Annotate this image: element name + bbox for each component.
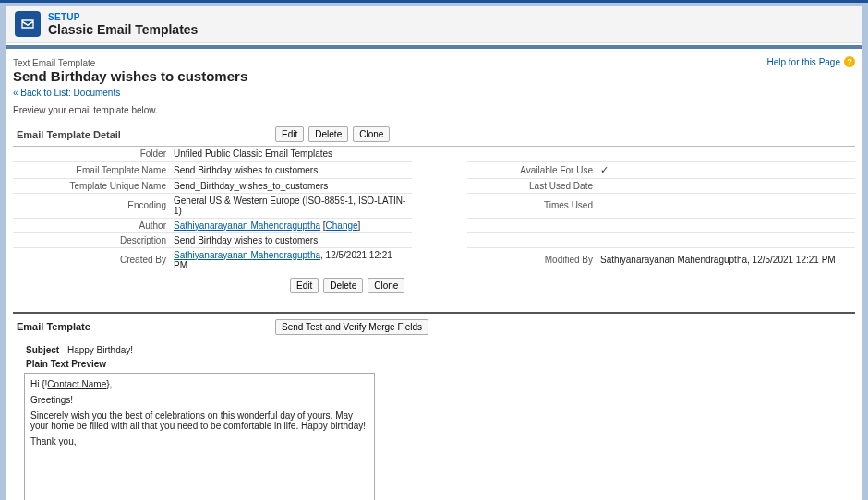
label-unique-name: Template Unique Name	[13, 178, 170, 193]
page-title: Send Birthday wishes to customers	[13, 68, 855, 84]
preview-header: Plain Text Preview	[13, 357, 855, 371]
value-available-check: ✓	[600, 164, 609, 175]
value-unique-name: Send_Birthday_wishes_to_customers	[170, 178, 412, 193]
header-title: Classic Email Templates	[48, 22, 198, 37]
back-link-target: Documents	[74, 88, 121, 98]
setup-label: SETUP	[48, 12, 198, 22]
help-link[interactable]: Help for this Page?	[767, 56, 856, 67]
preview-box: Hi {!Contact.Name}, Greetings! Sincerely…	[24, 373, 375, 501]
body-wish: Sincerely wish you the best of celebrati…	[30, 411, 368, 431]
value-last-used	[597, 178, 855, 193]
edit-button-bottom[interactable]: Edit	[290, 278, 319, 293]
label-template-name: Email Template Name	[13, 161, 170, 178]
edit-button[interactable]: Edit	[275, 126, 304, 142]
label-modified-by: Modified By	[467, 247, 597, 272]
label-author: Author	[13, 218, 170, 232]
subject-label: Subject	[26, 345, 59, 355]
merge-contact-name: Contact.Name	[47, 379, 106, 389]
back-arrow-text: « Back to List:	[13, 88, 74, 98]
help-link-text: Help for this Page	[767, 57, 841, 67]
help-icon: ?	[844, 56, 855, 67]
detail-table: Folder Unfiled Public Classic Email Temp…	[13, 147, 855, 272]
value-created-by: Sathiyanarayanan Mahendraguptha, 12/5/20…	[170, 247, 412, 272]
label-encoding: Encoding	[13, 193, 170, 218]
label-times-used: Times Used	[467, 193, 597, 218]
label-last-used: Last Used Date	[467, 178, 597, 193]
detail-section-title: Email Template Detail	[17, 129, 275, 140]
email-icon	[15, 11, 41, 37]
created-by-link[interactable]: Sathiyanarayanan Mahendraguptha	[174, 250, 320, 260]
change-link[interactable]: Change	[326, 220, 358, 231]
value-author: Sathiyanarayanan Mahendraguptha [Change]	[170, 218, 412, 232]
clone-button-bottom[interactable]: Clone	[368, 278, 404, 293]
send-test-button[interactable]: Send Test and Verify Merge Fields	[275, 319, 428, 335]
delete-button-bottom[interactable]: Delete	[323, 278, 363, 293]
value-template-name: Send Birthday wishes to customers	[170, 161, 412, 178]
template-section-title: Email Template	[17, 321, 275, 332]
delete-button[interactable]: Delete	[308, 126, 348, 142]
value-times-used	[597, 193, 855, 218]
value-folder: Unfiled Public Classic Email Templates	[170, 147, 412, 161]
label-available: Available For Use	[467, 161, 597, 178]
label-folder: Folder	[13, 147, 170, 161]
clone-button[interactable]: Clone	[353, 126, 390, 142]
modified-by-date: , 12/5/2021 12:21 PM	[747, 255, 836, 265]
body-hi-pre: Hi {!	[30, 379, 47, 389]
body-hi-post: },	[106, 379, 112, 389]
record-type-label: Text Email Template	[13, 58, 855, 68]
value-encoding: General US & Western Europe (ISO-8859-1,…	[170, 193, 412, 218]
modified-by-link[interactable]: Sathiyanarayanan Mahendraguptha	[600, 255, 747, 265]
preview-message: Preview your email template below.	[13, 105, 855, 115]
author-link[interactable]: Sathiyanarayanan Mahendraguptha	[174, 220, 320, 231]
back-link[interactable]: « Back to List: Documents	[13, 88, 855, 98]
value-modified-by: Sathiyanarayanan Mahendraguptha, 12/5/20…	[597, 247, 855, 272]
value-description: Send Birthday wishes to customers	[170, 232, 412, 247]
subject-value: Happy Birthday!	[67, 345, 133, 355]
body-greetings: Greetings!	[30, 395, 368, 405]
label-created-by: Created By	[13, 247, 170, 272]
header-bar: SETUP Classic Email Templates	[6, 6, 862, 43]
body-thanks: Thank you,	[30, 436, 368, 446]
label-description: Description	[13, 232, 170, 247]
